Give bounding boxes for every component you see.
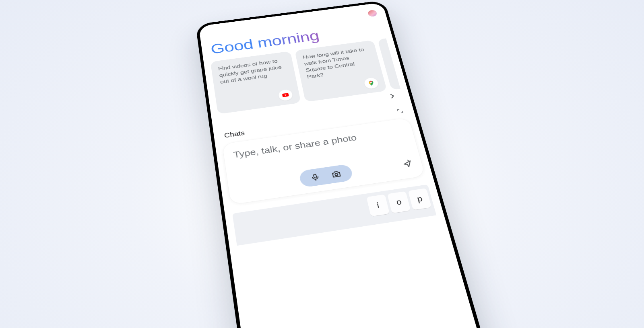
suggestion-text: How long will it take to walk from Times… [302,46,375,80]
send-icon[interactable] [401,159,414,169]
screen: Good morning Find videos of how to quick… [198,2,485,328]
camera-icon[interactable] [330,169,343,179]
key[interactable]: o [387,191,411,213]
microphone-icon[interactable] [310,173,321,182]
svg-line-4 [316,179,316,180]
key[interactable]: p [408,188,432,210]
avatar[interactable] [367,10,378,17]
input-mode-pill [299,164,354,188]
section-label: Chats [224,129,245,139]
maps-icon [363,77,380,89]
svg-point-5 [335,173,338,176]
youtube-icon [278,89,293,101]
key[interactable]: i [366,195,390,217]
expand-icon[interactable] [396,108,405,114]
suggestion-text: Find videos of how to quickly get grape … [218,57,289,86]
chevron-right-icon[interactable] [387,92,398,100]
svg-rect-3 [314,174,317,178]
phone-frame: Good morning Find videos of how to quick… [196,0,489,328]
